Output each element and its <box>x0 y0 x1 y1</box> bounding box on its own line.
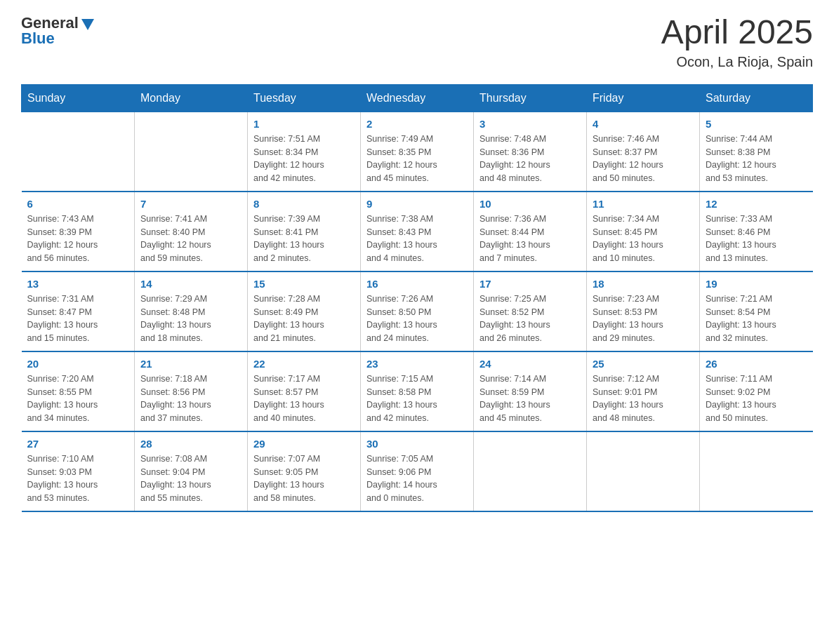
calendar-cell: 5Sunrise: 7:44 AM Sunset: 8:38 PM Daylig… <box>700 112 813 192</box>
day-info: Sunrise: 7:25 AM Sunset: 8:52 PM Dayligh… <box>479 293 581 345</box>
day-number: 30 <box>366 438 468 450</box>
day-number: 19 <box>706 278 807 290</box>
day-number: 2 <box>366 118 468 130</box>
day-number: 3 <box>479 118 581 130</box>
week-row-5: 27Sunrise: 7:10 AM Sunset: 9:03 PM Dayli… <box>22 431 813 511</box>
day-number: 20 <box>27 358 129 370</box>
calendar-cell: 11Sunrise: 7:34 AM Sunset: 8:45 PM Dayli… <box>587 192 700 271</box>
day-number: 6 <box>27 198 129 210</box>
day-number: 16 <box>366 278 468 290</box>
day-info: Sunrise: 7:44 AM Sunset: 8:38 PM Dayligh… <box>706 133 807 185</box>
day-number: 27 <box>27 438 129 450</box>
week-row-3: 13Sunrise: 7:31 AM Sunset: 8:47 PM Dayli… <box>22 271 813 351</box>
day-number: 8 <box>253 198 355 210</box>
calendar-cell: 3Sunrise: 7:48 AM Sunset: 8:36 PM Daylig… <box>474 112 587 192</box>
day-info: Sunrise: 7:38 AM Sunset: 8:43 PM Dayligh… <box>366 213 468 265</box>
day-info: Sunrise: 7:17 AM Sunset: 8:57 PM Dayligh… <box>253 373 355 425</box>
calendar-table: SundayMondayTuesdayWednesdayThursdayFrid… <box>21 84 813 512</box>
day-info: Sunrise: 7:43 AM Sunset: 8:39 PM Dayligh… <box>27 213 129 265</box>
header-monday: Monday <box>135 84 248 112</box>
day-info: Sunrise: 7:14 AM Sunset: 8:59 PM Dayligh… <box>479 373 581 425</box>
calendar-cell: 19Sunrise: 7:21 AM Sunset: 8:54 PM Dayli… <box>700 271 813 351</box>
calendar-cell: 2Sunrise: 7:49 AM Sunset: 8:35 PM Daylig… <box>361 112 474 192</box>
day-info: Sunrise: 7:28 AM Sunset: 8:49 PM Dayligh… <box>253 293 355 345</box>
header-wednesday: Wednesday <box>361 84 474 112</box>
calendar-cell: 25Sunrise: 7:12 AM Sunset: 9:01 PM Dayli… <box>587 351 700 431</box>
day-number: 29 <box>253 438 355 450</box>
day-info: Sunrise: 7:21 AM Sunset: 8:54 PM Dayligh… <box>706 293 807 345</box>
calendar-cell: 4Sunrise: 7:46 AM Sunset: 8:37 PM Daylig… <box>587 112 700 192</box>
calendar-cell: 27Sunrise: 7:10 AM Sunset: 9:03 PM Dayli… <box>22 431 135 511</box>
calendar-cell <box>587 431 700 511</box>
calendar-cell: 10Sunrise: 7:36 AM Sunset: 8:44 PM Dayli… <box>474 192 587 271</box>
calendar-cell: 13Sunrise: 7:31 AM Sunset: 8:47 PM Dayli… <box>22 271 135 351</box>
svg-marker-0 <box>81 19 94 30</box>
calendar-cell: 17Sunrise: 7:25 AM Sunset: 8:52 PM Dayli… <box>474 271 587 351</box>
day-number: 14 <box>140 278 241 290</box>
day-info: Sunrise: 7:51 AM Sunset: 8:34 PM Dayligh… <box>253 133 355 185</box>
logo-blue: Blue <box>21 29 55 48</box>
calendar-header-row: SundayMondayTuesdayWednesdayThursdayFrid… <box>22 84 813 112</box>
calendar-title: April 2025 <box>661 14 813 51</box>
day-number: 18 <box>593 278 694 290</box>
calendar-cell: 1Sunrise: 7:51 AM Sunset: 8:34 PM Daylig… <box>248 112 361 192</box>
calendar-cell <box>474 431 587 511</box>
day-info: Sunrise: 7:49 AM Sunset: 8:35 PM Dayligh… <box>366 133 468 185</box>
calendar-cell <box>135 112 248 192</box>
calendar-cell: 9Sunrise: 7:38 AM Sunset: 8:43 PM Daylig… <box>361 192 474 271</box>
day-number: 26 <box>706 358 807 370</box>
week-row-4: 20Sunrise: 7:20 AM Sunset: 8:55 PM Dayli… <box>22 351 813 431</box>
day-info: Sunrise: 7:20 AM Sunset: 8:55 PM Dayligh… <box>27 373 129 425</box>
calendar-cell: 15Sunrise: 7:28 AM Sunset: 8:49 PM Dayli… <box>248 271 361 351</box>
calendar-cell: 29Sunrise: 7:07 AM Sunset: 9:05 PM Dayli… <box>248 431 361 511</box>
calendar-cell: 14Sunrise: 7:29 AM Sunset: 8:48 PM Dayli… <box>135 271 248 351</box>
header-tuesday: Tuesday <box>248 84 361 112</box>
calendar-cell <box>22 112 135 192</box>
day-info: Sunrise: 7:23 AM Sunset: 8:53 PM Dayligh… <box>593 293 694 345</box>
calendar-cell: 21Sunrise: 7:18 AM Sunset: 8:56 PM Dayli… <box>135 351 248 431</box>
header-thursday: Thursday <box>474 84 587 112</box>
week-row-1: 1Sunrise: 7:51 AM Sunset: 8:34 PM Daylig… <box>22 112 813 192</box>
day-info: Sunrise: 7:05 AM Sunset: 9:06 PM Dayligh… <box>366 452 468 505</box>
day-number: 17 <box>479 278 581 290</box>
calendar-cell: 20Sunrise: 7:20 AM Sunset: 8:55 PM Dayli… <box>22 351 135 431</box>
day-number: 13 <box>27 278 129 290</box>
day-number: 9 <box>366 198 468 210</box>
calendar-cell: 23Sunrise: 7:15 AM Sunset: 8:58 PM Dayli… <box>361 351 474 431</box>
day-number: 15 <box>253 278 355 290</box>
calendar-cell: 7Sunrise: 7:41 AM Sunset: 8:40 PM Daylig… <box>135 192 248 271</box>
day-number: 21 <box>140 358 241 370</box>
title-block: April 2025 Ocon, La Rioja, Spain <box>661 14 813 70</box>
day-number: 4 <box>593 118 694 130</box>
day-number: 1 <box>253 118 355 130</box>
day-info: Sunrise: 7:29 AM Sunset: 8:48 PM Dayligh… <box>140 293 241 345</box>
day-info: Sunrise: 7:48 AM Sunset: 8:36 PM Dayligh… <box>479 133 581 185</box>
day-info: Sunrise: 7:07 AM Sunset: 9:05 PM Dayligh… <box>253 452 355 505</box>
day-number: 24 <box>479 358 581 370</box>
day-number: 22 <box>253 358 355 370</box>
week-row-2: 6Sunrise: 7:43 AM Sunset: 8:39 PM Daylig… <box>22 192 813 271</box>
day-number: 25 <box>593 358 694 370</box>
day-info: Sunrise: 7:18 AM Sunset: 8:56 PM Dayligh… <box>140 373 241 425</box>
day-info: Sunrise: 7:26 AM Sunset: 8:50 PM Dayligh… <box>366 293 468 345</box>
calendar-cell: 6Sunrise: 7:43 AM Sunset: 8:39 PM Daylig… <box>22 192 135 271</box>
day-info: Sunrise: 7:41 AM Sunset: 8:40 PM Dayligh… <box>140 213 241 265</box>
logo: General Blue <box>21 14 95 48</box>
calendar-subtitle: Ocon, La Rioja, Spain <box>661 54 813 70</box>
day-info: Sunrise: 7:11 AM Sunset: 9:02 PM Dayligh… <box>706 373 807 425</box>
calendar-cell: 12Sunrise: 7:33 AM Sunset: 8:46 PM Dayli… <box>700 192 813 271</box>
day-number: 7 <box>140 198 241 210</box>
calendar-cell: 22Sunrise: 7:17 AM Sunset: 8:57 PM Dayli… <box>248 351 361 431</box>
day-info: Sunrise: 7:36 AM Sunset: 8:44 PM Dayligh… <box>479 213 581 265</box>
header-saturday: Saturday <box>700 84 813 112</box>
day-number: 28 <box>140 438 241 450</box>
day-info: Sunrise: 7:33 AM Sunset: 8:46 PM Dayligh… <box>706 213 807 265</box>
calendar-cell: 18Sunrise: 7:23 AM Sunset: 8:53 PM Dayli… <box>587 271 700 351</box>
calendar-cell: 26Sunrise: 7:11 AM Sunset: 9:02 PM Dayli… <box>700 351 813 431</box>
page-header: General Blue April 2025 Ocon, La Rioja, … <box>21 14 813 70</box>
day-info: Sunrise: 7:12 AM Sunset: 9:01 PM Dayligh… <box>593 373 694 425</box>
calendar-cell <box>700 431 813 511</box>
calendar-cell: 16Sunrise: 7:26 AM Sunset: 8:50 PM Dayli… <box>361 271 474 351</box>
header-sunday: Sunday <box>22 84 135 112</box>
day-number: 10 <box>479 198 581 210</box>
